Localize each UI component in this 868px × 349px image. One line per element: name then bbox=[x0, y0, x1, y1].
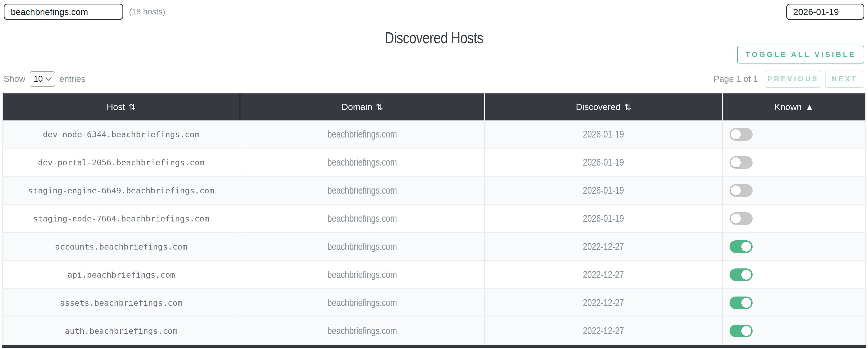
host-cell: dev-node-6344.beachbriefings.com bbox=[3, 120, 240, 148]
domain-cell: beachbriefings.com bbox=[328, 325, 397, 337]
toggle-knob bbox=[741, 270, 751, 280]
chevron-down-icon bbox=[45, 77, 52, 81]
sort-both-icon: ⇅ bbox=[376, 102, 383, 112]
domain-filter-input[interactable] bbox=[4, 4, 123, 20]
discovered-cell: 2022-12-27 bbox=[583, 325, 624, 337]
sort-both-icon: ⇅ bbox=[624, 102, 631, 112]
table-row: dev-node-6344.beachbriefings.com beachbr… bbox=[3, 120, 865, 148]
next-page-button[interactable]: NEXT bbox=[825, 70, 864, 88]
table-body: dev-node-6344.beachbriefings.com beachbr… bbox=[3, 120, 865, 345]
toggle-knob bbox=[741, 242, 751, 252]
domain-cell: beachbriefings.com bbox=[328, 213, 397, 224]
host-cell: auth.beachbriefings.com bbox=[3, 317, 240, 345]
host-cell: api.beachbriefings.com bbox=[3, 261, 240, 288]
sort-both-icon: ⇅ bbox=[129, 102, 136, 112]
column-header-known[interactable]: Known ▲ bbox=[723, 93, 865, 120]
column-label: Discovered bbox=[576, 102, 620, 112]
host-cell: staging-engine-6649.beachbriefings.com bbox=[3, 177, 240, 204]
table-row: api.beachbriefings.com beachbriefings.co… bbox=[3, 261, 865, 289]
discovered-hosts-table: Host ⇅ Domain ⇅ Discovered ⇅ Known ▲ dev… bbox=[2, 93, 866, 345]
table-row: assets.beachbriefings.com beachbriefings… bbox=[3, 289, 865, 317]
date-input[interactable] bbox=[786, 4, 864, 20]
toggle-knob bbox=[731, 129, 741, 139]
toggle-knob bbox=[741, 298, 751, 308]
known-toggle[interactable] bbox=[730, 240, 753, 253]
table-row: accounts.beachbriefings.com beachbriefin… bbox=[3, 233, 865, 261]
toggle-knob bbox=[731, 157, 741, 167]
top-bar: (18 hosts) bbox=[0, 0, 868, 20]
domain-cell: beachbriefings.com bbox=[328, 185, 397, 196]
host-cell: accounts.beachbriefings.com bbox=[3, 233, 240, 260]
column-header-discovered[interactable]: Discovered ⇅ bbox=[485, 93, 723, 120]
known-toggle[interactable] bbox=[730, 156, 753, 169]
host-cell: assets.beachbriefings.com bbox=[3, 289, 240, 317]
host-cell: dev-portal-2056.beachbriefings.com bbox=[3, 148, 240, 176]
domain-cell: beachbriefings.com bbox=[328, 297, 397, 308]
table-row: dev-portal-2056.beachbriefings.com beach… bbox=[3, 148, 865, 177]
sort-asc-icon: ▲ bbox=[805, 102, 814, 112]
toggle-knob bbox=[731, 185, 741, 196]
column-header-domain[interactable]: Domain ⇅ bbox=[240, 93, 485, 120]
known-toggle[interactable] bbox=[730, 212, 753, 225]
known-toggle[interactable] bbox=[730, 296, 753, 309]
column-label: Known bbox=[774, 102, 802, 112]
show-label: Show bbox=[4, 74, 25, 84]
discovered-cell: 2022-12-27 bbox=[583, 269, 624, 280]
entries-label: entries bbox=[60, 74, 86, 84]
column-label: Domain bbox=[342, 102, 372, 112]
known-toggle[interactable] bbox=[730, 268, 753, 281]
toggle-all-visible-button[interactable]: TOGGLE ALL VISIBLE bbox=[737, 46, 864, 63]
discovered-cell: 2026-01-19 bbox=[583, 185, 624, 196]
page-size-select[interactable]: 10 bbox=[30, 71, 55, 87]
discovered-cell: 2026-01-19 bbox=[583, 157, 624, 168]
domain-cell: beachbriefings.com bbox=[328, 129, 397, 140]
table-row: staging-engine-6649.beachbriefings.com b… bbox=[3, 177, 865, 205]
domain-cell: beachbriefings.com bbox=[328, 157, 397, 168]
domain-cell: beachbriefings.com bbox=[328, 269, 397, 280]
page-info: Page 1 of 1 bbox=[714, 74, 758, 84]
discovered-cell: 2026-01-19 bbox=[583, 213, 624, 224]
discovered-cell: 2026-01-19 bbox=[583, 129, 624, 140]
page-title: Discovered Hosts bbox=[385, 28, 483, 47]
table-header-row: Host ⇅ Domain ⇅ Discovered ⇅ Known ▲ bbox=[3, 93, 865, 120]
column-label: Host bbox=[107, 102, 125, 112]
known-toggle[interactable] bbox=[730, 184, 753, 197]
discovered-cell: 2022-12-27 bbox=[583, 297, 624, 308]
table-row: staging-node-7664.beachbriefings.com bea… bbox=[3, 205, 865, 233]
discovered-cell: 2022-12-27 bbox=[583, 241, 624, 252]
host-cell: staging-node-7664.beachbriefings.com bbox=[3, 205, 240, 232]
hosts-count-label: (18 hosts) bbox=[129, 7, 165, 17]
known-toggle[interactable] bbox=[730, 128, 753, 141]
domain-cell: beachbriefings.com bbox=[328, 241, 397, 252]
toggle-knob bbox=[741, 326, 751, 336]
table-row: auth.beachbriefings.com beachbriefings.c… bbox=[3, 317, 865, 345]
table-controls: Show 10 entries Page 1 of 1 PREVIOUS NEX… bbox=[0, 70, 868, 88]
column-header-host[interactable]: Host ⇅ bbox=[3, 93, 240, 120]
known-toggle[interactable] bbox=[730, 325, 753, 337]
toggle-knob bbox=[731, 213, 741, 224]
previous-page-button[interactable]: PREVIOUS bbox=[765, 70, 821, 88]
page-size-value: 10 bbox=[34, 74, 43, 84]
table-footer-bar bbox=[2, 345, 866, 348]
